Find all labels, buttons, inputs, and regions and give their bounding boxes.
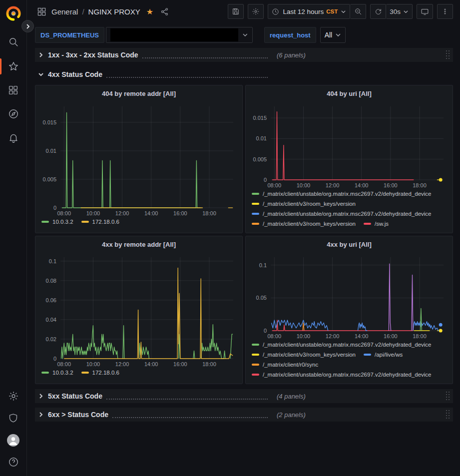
svg-text:14:00: 14:00 bbox=[355, 333, 369, 339]
sidebar-expand-button[interactable] bbox=[21, 20, 34, 32]
chevron-down-icon bbox=[335, 32, 341, 38]
var-label-request-host[interactable]: request_host bbox=[264, 27, 316, 43]
panel-title[interactable]: 404 by remote addr [All] bbox=[35, 85, 242, 101]
legend-item[interactable]: /_matrix/client/unstable/org.matrix.msc2… bbox=[252, 191, 432, 197]
sidebar-item-server-admin[interactable] bbox=[0, 407, 27, 429]
row-title: 5xx Status Code bbox=[48, 392, 102, 400]
refresh-button[interactable] bbox=[370, 4, 386, 19]
var-value-text: All bbox=[325, 31, 333, 39]
row-header-6xx[interactable]: 6xx > Status Code (2 panels) bbox=[35, 408, 453, 422]
chart-svg: 08:0010:0012:0014:0016:0018:0000.050.1 bbox=[248, 252, 451, 341]
svg-text:16:00: 16:00 bbox=[173, 210, 187, 216]
legend-item[interactable]: /_matrix/client/r0/sync bbox=[252, 362, 318, 368]
legend-swatch bbox=[252, 203, 259, 205]
grafana-logo[interactable] bbox=[0, 4, 27, 23]
var-label-text: DS_PROMETHEUS bbox=[40, 31, 99, 39]
chevron-right-icon bbox=[38, 52, 44, 58]
chart-svg: 08:0010:0012:0014:0016:0018:0000.020.040… bbox=[37, 252, 240, 369]
row-drag-handle[interactable] bbox=[446, 50, 450, 59]
sidebar-item-search[interactable] bbox=[0, 31, 27, 53]
svg-text:0.01: 0.01 bbox=[46, 148, 56, 154]
sidebar-item-configuration[interactable] bbox=[0, 385, 27, 407]
legend-item[interactable]: /_matrix/client/v3/room_keys/version bbox=[252, 352, 356, 358]
time-range-picker[interactable]: Last 12 hours CST bbox=[268, 4, 350, 19]
svg-text:0: 0 bbox=[264, 328, 267, 334]
legend-item[interactable]: /_matrix/client/v3/room_keys/version bbox=[252, 221, 356, 227]
svg-text:10:00: 10:00 bbox=[297, 182, 311, 188]
sidebar-item-explore[interactable] bbox=[0, 103, 27, 125]
more-options-button[interactable] bbox=[437, 4, 453, 19]
star-icon bbox=[8, 61, 19, 72]
row-panel-count: (4 panels) bbox=[277, 393, 306, 400]
legend-item[interactable]: /_matrix/client/unstable/org.matrix.msc2… bbox=[252, 342, 432, 348]
chart-404-by-remote-addr[interactable]: 08:0010:0012:0014:0016:0018:0000.0050.01… bbox=[37, 101, 240, 218]
row-drag-handle[interactable] bbox=[446, 410, 450, 419]
legend-item[interactable]: /api/live/ws bbox=[364, 352, 403, 358]
panel-title[interactable]: 4xx by remote addr [All] bbox=[35, 236, 242, 252]
panel-title[interactable]: 404 by uri [All] bbox=[246, 85, 453, 101]
legend-item[interactable]: 172.18.0.6 bbox=[81, 370, 119, 376]
legend-item[interactable]: 10.0.3.2 bbox=[41, 219, 73, 225]
chart-legend: 10.0.3.2172.18.0.6 bbox=[35, 369, 242, 384]
svg-text:0: 0 bbox=[53, 356, 56, 362]
dashboards-icon bbox=[8, 85, 18, 95]
chart-legend: /_matrix/client/unstable/org.matrix.msc2… bbox=[246, 190, 453, 233]
gear-icon bbox=[8, 391, 19, 402]
svg-text:0.01: 0.01 bbox=[256, 135, 267, 141]
svg-text:0.1: 0.1 bbox=[259, 262, 267, 268]
refresh-interval-dropdown[interactable]: 30s bbox=[386, 4, 413, 19]
legend-label: /_matrix/client/v3/room_keys/version bbox=[263, 201, 356, 207]
svg-text:12:00: 12:00 bbox=[326, 333, 340, 339]
chart-4xx-by-uri[interactable]: 08:0010:0012:0014:0016:0018:0000.050.1 bbox=[248, 252, 451, 341]
panel-title[interactable]: 4xx by uri [All] bbox=[246, 236, 453, 252]
legend-swatch bbox=[252, 223, 259, 225]
legend-swatch bbox=[252, 213, 259, 215]
legend-item[interactable]: /sw.js bbox=[364, 221, 389, 227]
legend-label: /_matrix/client/v3/room_keys/version bbox=[263, 221, 356, 227]
dotted-leader bbox=[106, 74, 268, 78]
sidebar-item-profile[interactable] bbox=[0, 429, 27, 451]
row-header-4xx[interactable]: 4xx Status Code bbox=[35, 67, 453, 81]
svg-text:0: 0 bbox=[53, 205, 56, 211]
dashboard-toolbar: Last 12 hours CST bbox=[228, 4, 453, 19]
sidebar-item-help[interactable] bbox=[0, 451, 27, 473]
monitor-icon bbox=[421, 7, 429, 16]
breadcrumb-dashboard-title[interactable]: NGINX PROXY bbox=[88, 7, 140, 16]
legend-item[interactable]: 172.18.0.6 bbox=[81, 219, 119, 225]
dotted-leader bbox=[112, 414, 268, 418]
breadcrumb-folder[interactable]: General bbox=[51, 7, 78, 16]
row-drag-handle[interactable] bbox=[446, 392, 450, 401]
tv-mode-button[interactable] bbox=[417, 4, 433, 19]
svg-text:18:00: 18:00 bbox=[202, 210, 216, 216]
row-header-5xx[interactable]: 5xx Status Code (4 panels) bbox=[35, 389, 453, 403]
chevron-down-icon bbox=[242, 32, 248, 38]
chart-4xx-by-remote-addr[interactable]: 08:0010:0012:0014:0016:0018:0000.020.040… bbox=[37, 252, 240, 369]
save-dashboard-button[interactable] bbox=[228, 4, 244, 19]
var-request-host-select[interactable]: All bbox=[320, 27, 346, 43]
var-label-ds-prometheus[interactable]: DS_PROMETHEUS bbox=[35, 27, 104, 43]
dashboard-settings-button[interactable] bbox=[248, 4, 264, 19]
legend-item[interactable]: /_matrix/client/unstable/org.matrix.msc2… bbox=[252, 211, 432, 217]
sidebar-item-alerting[interactable] bbox=[0, 127, 27, 149]
sidebar-item-dashboards[interactable] bbox=[0, 79, 27, 101]
row-header-1xx-3xx-2xx[interactable]: 1xx - 3xx - 2xx Status Code (6 panels) bbox=[35, 48, 453, 62]
svg-text:0.04: 0.04 bbox=[46, 317, 56, 323]
chart-svg: 08:0010:0012:0014:0016:0018:0000.0050.01… bbox=[37, 101, 240, 218]
chart-404-by-uri[interactable]: 08:0010:0012:0014:0016:0018:0000.0050.01… bbox=[248, 101, 451, 190]
favorite-star-icon[interactable]: ★ bbox=[146, 7, 153, 16]
legend-item[interactable]: /_matrix/client/unstable/org.matrix.msc2… bbox=[252, 372, 432, 378]
legend-label: 10.0.3.2 bbox=[52, 219, 73, 225]
row-title: 6xx > Status Code bbox=[48, 411, 108, 419]
svg-text:0.06: 0.06 bbox=[46, 297, 56, 303]
legend-item[interactable]: /_matrix/client/v3/room_keys/version bbox=[252, 201, 356, 207]
var-ds-prometheus-select[interactable] bbox=[106, 27, 253, 43]
chevron-down-icon bbox=[403, 9, 409, 14]
legend-swatch bbox=[81, 221, 89, 223]
svg-text:0.1: 0.1 bbox=[49, 258, 56, 264]
save-icon bbox=[232, 7, 240, 15]
svg-text:18:00: 18:00 bbox=[413, 333, 427, 339]
legend-item[interactable]: 10.0.3.2 bbox=[41, 370, 73, 376]
zoom-out-time-button[interactable] bbox=[350, 4, 366, 19]
share-icon[interactable] bbox=[160, 7, 169, 16]
sidebar-item-starred[interactable] bbox=[0, 55, 27, 77]
